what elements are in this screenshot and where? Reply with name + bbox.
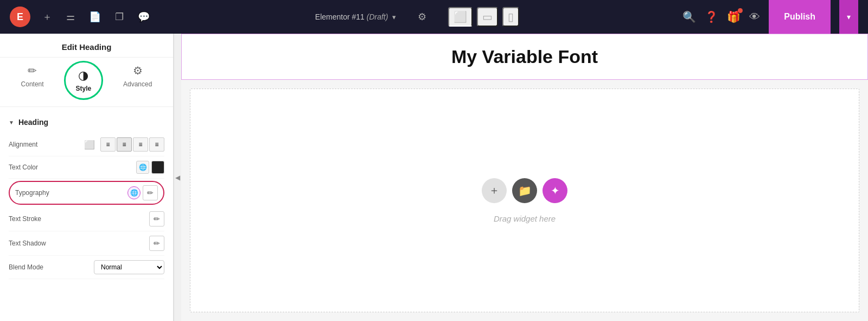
device-switcher: ⬜ ▭ ▯ — [448, 7, 519, 27]
style-tab-circle: ◑ Style — [64, 61, 103, 100]
text-color-right: 🌐 — [136, 161, 164, 174]
heading-section-title: ▼ Heading — [9, 115, 164, 133]
tab-content[interactable]: ✏ Content — [21, 64, 44, 106]
publish-dropdown-button[interactable]: ▾ — [839, 0, 858, 34]
mobile-button[interactable]: ▯ — [502, 7, 519, 27]
align-right-button[interactable]: ≡ — [133, 137, 148, 152]
notification-badge — [738, 8, 743, 13]
heading-label: Heading — [18, 118, 48, 127]
canvas-heading-bar: My Variable Font — [181, 34, 868, 80]
content-tab-label: Content — [21, 80, 44, 88]
comments-icon[interactable]: 💬 — [136, 9, 152, 25]
tab-style[interactable]: ◑ Style — [64, 64, 103, 106]
add-icon[interactable]: ＋ — [40, 8, 54, 26]
title-dropdown-icon: ▾ — [392, 13, 396, 21]
logo-button[interactable]: E — [10, 7, 30, 27]
collapse-handle[interactable]: ◀ — [174, 34, 181, 321]
text-shadow-control: Text Shadow ✏ — [9, 231, 164, 256]
canvas-area: My Variable Font ＋ 📁 ✦ Drag widget here — [181, 34, 868, 321]
tablet-button[interactable]: ▭ — [477, 7, 498, 27]
style-tab-label: Style — [75, 85, 91, 92]
alignment-label: Alignment — [9, 141, 84, 148]
blend-mode-select[interactable]: Normal Multiply Screen Overlay — [94, 260, 164, 274]
preview-icon[interactable]: 👁 — [749, 11, 760, 23]
align-center-button[interactable]: ≡ — [117, 137, 132, 152]
widget-actions: ＋ 📁 ✦ — [482, 178, 567, 203]
responsive-icon: ⬜ — [84, 140, 95, 150]
layers-icon[interactable]: ❐ — [113, 9, 126, 25]
text-stroke-control: Text Stroke ✏ — [9, 207, 164, 231]
advanced-tab-icon: ⚙ — [133, 64, 143, 77]
publish-button[interactable]: Publish — [769, 0, 831, 34]
blend-mode-control: Blend Mode Normal Multiply Screen Overla… — [9, 256, 164, 279]
alignment-controls-right: ⬜ ≡ ≡ ≡ ≡ — [84, 137, 164, 152]
folder-button[interactable]: 📁 — [512, 178, 537, 203]
topbar-left: E ＋ ⚌ 📄 ❐ 💬 — [0, 7, 162, 27]
sidebar-header: Edit Heading — [0, 34, 173, 58]
heading-chevron: ▼ — [9, 119, 14, 125]
typography-control: Typography 🌐 ✏ — [9, 181, 164, 205]
desktop-button[interactable]: ⬜ — [448, 7, 473, 27]
topbar-right: 🔍 ❓ 🎁 👁 Publish ▾ — [673, 0, 868, 34]
align-justify-button[interactable]: ≡ — [149, 137, 164, 152]
typography-edit-button[interactable]: ✏ — [143, 185, 158, 200]
settings-icon[interactable]: ⚙ — [418, 11, 426, 23]
drag-hint: Drag widget here — [494, 214, 556, 223]
canvas-empty-section: ＋ 📁 ✦ Drag widget here — [190, 89, 859, 312]
alignment-control: Alignment ⬜ ≡ ≡ ≡ ≡ — [9, 133, 164, 156]
add-widget-button[interactable]: ＋ — [482, 178, 507, 203]
content-tab-icon: ✏ — [28, 64, 37, 77]
align-left-button[interactable]: ≡ — [100, 137, 116, 152]
sidebar-content: ▼ Heading Alignment ⬜ ≡ ≡ ≡ ≡ Text — [0, 107, 173, 321]
tab-advanced[interactable]: ⚙ Advanced — [123, 64, 152, 106]
advanced-tab-label: Advanced — [123, 80, 152, 88]
blend-mode-right: Normal Multiply Screen Overlay — [94, 260, 164, 274]
text-shadow-edit-button[interactable]: ✏ — [149, 236, 164, 251]
sidebar: Edit Heading ✏ Content ◑ Style ⚙ Advance… — [0, 34, 174, 321]
move-widget-button[interactable]: ✦ — [542, 178, 567, 203]
alignment-group: ≡ ≡ ≡ ≡ — [100, 137, 164, 152]
typography-label: Typography — [15, 189, 127, 197]
search-icon[interactable]: 🔍 — [682, 10, 696, 23]
text-shadow-label: Text Shadow — [9, 240, 149, 247]
sidebar-tabs: ✏ Content ◑ Style ⚙ Advanced — [0, 58, 173, 107]
gift-icon-wrap: 🎁 — [727, 10, 741, 23]
typography-right: 🌐 ✏ — [127, 185, 158, 200]
topbar: E ＋ ⚌ 📄 ❐ 💬 Elementor #11 (Draft) ▾ ⚙ ⬜ … — [0, 0, 868, 34]
text-color-swatch[interactable] — [151, 161, 164, 174]
text-stroke-label: Text Stroke — [9, 215, 149, 223]
text-color-control: Text Color 🌐 — [9, 156, 164, 179]
blend-mode-label: Blend Mode — [9, 263, 94, 271]
topbar-center: Elementor #11 (Draft) ▾ ⚙ ⬜ ▭ ▯ — [162, 7, 673, 27]
canvas-heading-text: My Variable Font — [203, 46, 846, 67]
document-title[interactable]: Elementor #11 (Draft) ▾ — [315, 12, 397, 21]
title-text: Elementor #11 (Draft) — [315, 12, 388, 21]
style-tab-icon: ◑ — [78, 68, 88, 83]
text-color-global-button[interactable]: 🌐 — [136, 161, 149, 174]
text-color-label: Text Color — [9, 163, 136, 171]
text-stroke-right: ✏ — [149, 211, 164, 226]
sliders-icon[interactable]: ⚌ — [64, 9, 77, 25]
typography-global-button[interactable]: 🌐 — [127, 186, 141, 199]
text-shadow-right: ✏ — [149, 236, 164, 251]
main-layout: Edit Heading ✏ Content ◑ Style ⚙ Advance… — [0, 34, 868, 321]
text-stroke-edit-button[interactable]: ✏ — [149, 211, 164, 226]
document-icon[interactable]: 📄 — [87, 9, 103, 25]
help-icon[interactable]: ❓ — [705, 10, 718, 23]
